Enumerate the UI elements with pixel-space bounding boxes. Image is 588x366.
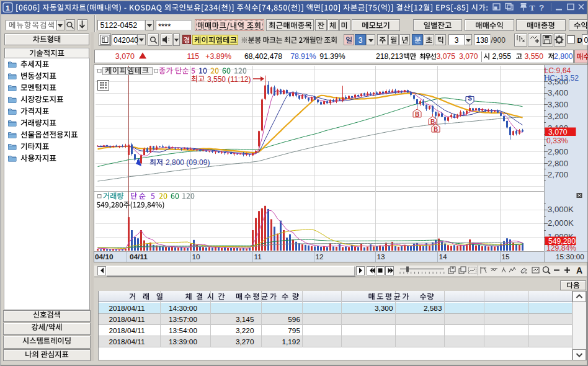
- svg-text:14:30:00: 14:30:00: [169, 304, 197, 313]
- svg-text:3,400: 3,400: [548, 88, 568, 97]
- svg-text:3,200: 3,200: [548, 112, 568, 121]
- svg-text:/900: /900: [491, 36, 506, 45]
- svg-text:11: 11: [254, 252, 262, 261]
- svg-text:3,070: 3,070: [459, 52, 478, 61]
- svg-text:14: 14: [439, 252, 448, 261]
- svg-text:3,300: 3,300: [375, 304, 393, 313]
- svg-text:138: 138: [476, 36, 488, 45]
- svg-text:04/10: 04/10: [95, 252, 114, 261]
- svg-text:1,192: 1,192: [282, 337, 300, 346]
- svg-text:04/11: 04/11: [130, 252, 148, 261]
- svg-text:2,800 (09:09): 2,800 (09:09): [166, 158, 210, 167]
- svg-text:?: ?: [539, 3, 544, 12]
- svg-text:T: T: [529, 3, 535, 12]
- svg-text:A: A: [576, 266, 582, 275]
- svg-text:10: 10: [192, 252, 201, 261]
- svg-text:2,700: 2,700: [548, 170, 568, 179]
- svg-text:13: 13: [377, 252, 386, 261]
- svg-text:2,955: 2,955: [492, 52, 512, 61]
- svg-text:3,550 (11:12): 3,550 (11:12): [207, 75, 251, 84]
- svg-text:0,33%: 0,33%: [546, 136, 568, 145]
- svg-text:3,550: 3,550: [525, 52, 544, 61]
- svg-text:13:39:00: 13:39:00: [169, 337, 197, 346]
- svg-text:B: B: [415, 111, 419, 118]
- svg-text:D: D: [577, 37, 582, 44]
- svg-text:B: B: [430, 118, 435, 125]
- svg-text:2,800: 2,800: [548, 159, 568, 168]
- svg-text:04: 04: [584, 36, 588, 45]
- svg-text:2,900: 2,900: [548, 147, 568, 156]
- svg-text:3: 3: [359, 36, 363, 45]
- svg-text:3,075: 3,075: [437, 52, 456, 61]
- svg-text:2,800: 2,800: [554, 52, 573, 61]
- svg-text:115: 115: [187, 52, 200, 61]
- svg-text:3,145: 3,145: [236, 315, 254, 324]
- svg-text:13:57:00: 13:57:00: [169, 315, 197, 324]
- svg-text:5122-0452: 5122-0452: [100, 21, 138, 30]
- svg-text:218,213: 218,213: [376, 52, 403, 61]
- svg-text:91.39%: 91.39%: [319, 52, 345, 61]
- svg-text:3: 3: [455, 36, 459, 45]
- svg-text:S: S: [468, 95, 472, 102]
- svg-text:+3.89%: +3.89%: [205, 52, 231, 61]
- svg-text:1: 1: [6, 4, 10, 12]
- svg-text:2,000K: 2,000K: [548, 218, 574, 228]
- svg-text:12: 12: [316, 252, 324, 261]
- svg-text:2018/04/11: 2018/04/11: [109, 326, 145, 335]
- svg-text:795: 795: [288, 326, 300, 335]
- svg-text:2018/04/11: 2018/04/11: [109, 304, 145, 313]
- svg-text:3,070: 3,070: [548, 128, 568, 136]
- svg-text:15: 15: [502, 252, 510, 261]
- svg-text:78.91%: 78.91%: [290, 52, 316, 61]
- svg-text:2018/04/11: 2018/04/11: [109, 315, 145, 324]
- svg-text:596: 596: [288, 315, 300, 324]
- svg-text:13:54:00: 13:54:00: [169, 326, 197, 335]
- svg-text:B: B: [434, 126, 438, 133]
- svg-text:3,000K: 3,000K: [548, 205, 574, 214]
- svg-text:3,270: 3,270: [236, 337, 254, 346]
- svg-text:****: ****: [158, 22, 171, 31]
- svg-text:2018/04/11: 2018/04/11: [109, 337, 145, 346]
- svg-text:68,402,478: 68,402,478: [244, 52, 282, 61]
- svg-text:129,84%: 129,84%: [546, 244, 576, 252]
- svg-text:3,220: 3,220: [236, 326, 254, 335]
- svg-text:15:30:00: 15:30:00: [556, 252, 584, 261]
- svg-text:042040: 042040: [114, 36, 138, 45]
- svg-text:3,300: 3,300: [548, 100, 568, 109]
- svg-text:3,070: 3,070: [115, 52, 135, 61]
- svg-text:HC:-13,52: HC:-13,52: [545, 74, 579, 83]
- svg-text:2,583: 2,583: [424, 304, 442, 313]
